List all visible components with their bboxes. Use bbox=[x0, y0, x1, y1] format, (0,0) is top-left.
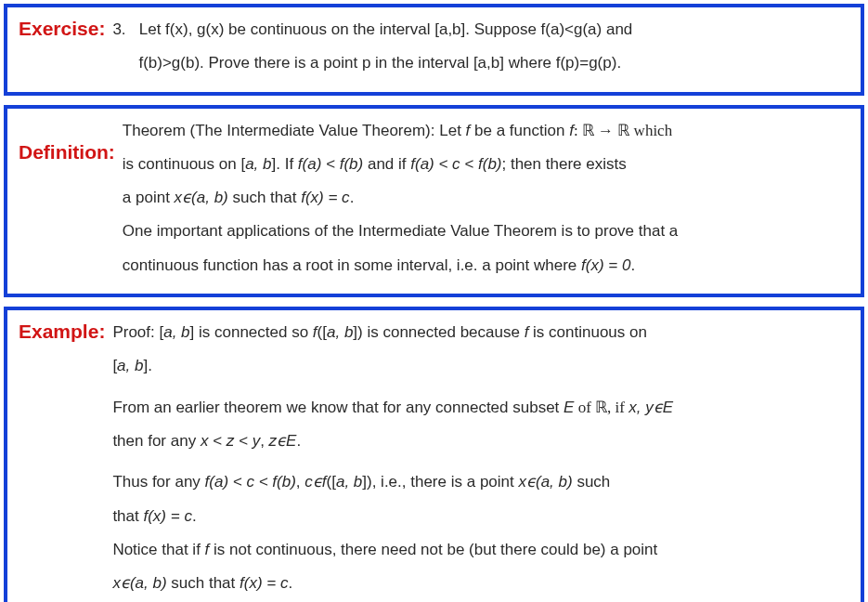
example-label: Example: bbox=[19, 316, 105, 345]
example-box: Example: Proof: [a, b] is connected so f… bbox=[4, 307, 864, 602]
definition-content: Theorem (The Intermediate Value Theorem)… bbox=[123, 114, 849, 284]
example-p2-line1: From an earlier theorem we know that for… bbox=[112, 393, 849, 423]
exercise-line-2: f(b)>g(b). Prove there is a point p in t… bbox=[112, 48, 849, 78]
example-p1-line2: [a, b]. bbox=[112, 351, 849, 381]
example-p2-line2: then for any x < z < y, zϵE. bbox=[112, 426, 849, 456]
exercise-content: 3. Let f(x), g(x) be continuous on the i… bbox=[112, 13, 849, 83]
exercise-box: Exercise: 3. Let f(x), g(x) be continuou… bbox=[4, 4, 864, 96]
definition-line-2: is continuous on [a, b]. If f(a) < f(b) … bbox=[123, 150, 849, 179]
definition-line-1: Theorem (The Intermediate Value Theorem)… bbox=[123, 116, 849, 146]
definition-line-3: a point xϵ(a, b) such that f(x) = c. bbox=[123, 183, 849, 213]
definition-label: Definition: bbox=[19, 114, 115, 165]
definition-line-5: continuous function has a root in some i… bbox=[123, 251, 849, 281]
exercise-text-1: Let f(x), g(x) be continuous on the inte… bbox=[139, 20, 633, 38]
exercise-line-1: 3. Let f(x), g(x) be continuous on the i… bbox=[112, 15, 849, 45]
example-p4-line1: Notice that if f is not continuous, ther… bbox=[112, 535, 849, 565]
example-content: Proof: [a, b] is connected so f([a, b]) … bbox=[112, 316, 849, 602]
example-p4-line2: xϵ(a, b) such that f(x) = c. bbox=[112, 569, 849, 598]
exercise-label: Exercise: bbox=[19, 13, 105, 42]
definition-box: Definition: Theorem (The Intermediate Va… bbox=[4, 105, 864, 297]
definition-line-4: One important applications of the Interm… bbox=[123, 216, 849, 246]
example-p3-line2: that f(x) = c. bbox=[112, 502, 849, 531]
exercise-number: 3. bbox=[112, 20, 125, 38]
example-p3-line1: Thus for any f(a) < c < f(b), cϵf([a, b]… bbox=[112, 467, 849, 497]
example-p1-line1: Proof: [a, b] is connected so f([a, b]) … bbox=[112, 318, 849, 347]
